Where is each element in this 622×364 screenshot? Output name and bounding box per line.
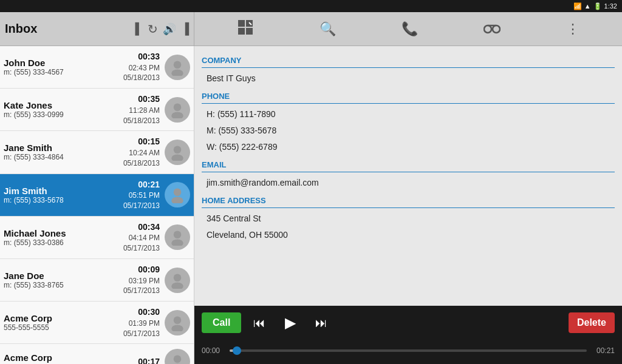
svg-point-7 — [174, 61, 182, 69]
inbox-item-phone: m: (555) 333-0999 — [4, 110, 111, 119]
inbox-item-name: Acme Corp — [4, 313, 111, 323]
phone-label: PHONE — [202, 87, 615, 104]
inbox-item-date: 05/17/2013 — [111, 201, 160, 211]
more-options-icon[interactable]: ⋮ — [566, 21, 579, 37]
inbox-item-meta: 00:1510:24 AM05/18/2013 — [111, 136, 160, 168]
inbox-item-info: Acme Corp555-555-5555 — [4, 352, 111, 364]
inbox-item-name: John Doe — [4, 58, 111, 68]
email-value: jim.smith@random.email.com — [202, 175, 615, 191]
inbox-item-name: Jane Smith — [4, 143, 111, 153]
inbox-item-duration: 00:21 — [111, 179, 160, 191]
inbox-item-duration: 00:15 — [111, 136, 160, 148]
inbox-item-info: Kate Jonesm: (555) 333-0999 — [4, 100, 111, 119]
status-bar: 📶 ▲ 🔋 1:32 — [0, 0, 622, 12]
avatar — [165, 268, 190, 293]
inbox-item-name: Acme Corp — [4, 352, 111, 363]
toolbar-right: 🔍 📞 ⋮ — [194, 12, 622, 46]
svg-point-13 — [174, 189, 182, 197]
inbox-item-duration: 00:33 — [111, 51, 160, 63]
status-icons: 📶 ▲ 🔋 1:32 — [573, 2, 617, 10]
time-end: 00:21 — [592, 346, 615, 355]
address-line2: Cleveland, OH 55000 — [202, 227, 615, 243]
volume-bars-icon: ▐ — [181, 22, 189, 35]
inbox-item[interactable]: Jim Smithm: (555) 333-567800:2105:51 PM0… — [0, 174, 194, 217]
svg-point-11 — [174, 146, 182, 153]
delete-button[interactable]: Delete — [569, 312, 615, 333]
inbox-item-phone: m: (555) 333-0386 — [4, 238, 111, 247]
time-start: 00:00 — [202, 346, 225, 355]
inbox-item-meta: 00:17 — [111, 356, 160, 364]
toolbar: Inbox ▌ ↻ 🔊 ▐ 🔍 📞 ⋮ — [0, 12, 622, 46]
voicemail-icon[interactable] — [484, 21, 501, 38]
search-icon[interactable]: 🔍 — [320, 21, 336, 37]
inbox-item-meta: 00:3302:43 PM05/18/2013 — [111, 51, 160, 83]
inbox-item-duration: 00:17 — [111, 356, 160, 364]
phone-h: H: (555) 111-7890 — [202, 106, 615, 123]
svg-point-15 — [174, 231, 182, 239]
inbox-item[interactable]: Acme Corp555-555-555500:17 — [0, 344, 194, 364]
inbox-title: Inbox — [5, 22, 130, 36]
inbox-list: John Doem: (555) 333-456700:3302:43 PM05… — [0, 46, 194, 364]
player-controls: Call ⏮ ▶ ⏭ Delete — [202, 306, 615, 340]
inbox-item-name: Jane Doe — [4, 271, 111, 281]
inbox-item-meta: 00:3404:14 PM05/17/2013 — [111, 221, 160, 254]
inbox-item[interactable]: Kate Jonesm: (555) 333-099900:3511:28 AM… — [0, 89, 194, 131]
right-panel: COMPANY Best IT Guys PHONE H: (555) 111-… — [194, 46, 622, 364]
svg-point-14 — [171, 197, 183, 204]
inbox-item[interactable]: Jane Smithm: (555) 333-486400:1510:24 AM… — [0, 131, 194, 174]
svg-point-20 — [171, 325, 183, 331]
inbox-item[interactable]: Michael Jonesm: (555) 333-038600:3404:14… — [0, 217, 194, 259]
svg-rect-0 — [238, 20, 245, 27]
progress-thumb[interactable] — [233, 346, 241, 355]
inbox-item-time: 04:14 PM — [111, 233, 160, 243]
address-label: HOME ADDRESS — [202, 191, 615, 208]
time-display: 1:32 — [604, 2, 617, 10]
inbox-item-time: 10:24 AM — [111, 148, 160, 158]
skip-forward-button[interactable]: ⏭ — [310, 314, 332, 332]
inbox-item-time: 02:43 PM — [111, 63, 160, 73]
inbox-item-info: Acme Corp555-555-5555 — [4, 313, 111, 332]
svg-rect-2 — [238, 28, 245, 35]
inbox-item-meta: 00:3511:28 AM05/18/2013 — [111, 93, 160, 126]
inbox-item-meta: 00:2105:51 PM05/17/2013 — [111, 179, 160, 211]
inbox-item-date: 05/17/2013 — [111, 286, 160, 296]
company-value: Best IT Guys — [202, 70, 615, 87]
svg-point-17 — [174, 274, 182, 281]
svg-point-12 — [171, 154, 183, 161]
progress-track[interactable] — [230, 349, 587, 352]
svg-point-21 — [174, 356, 182, 363]
svg-point-4 — [484, 25, 491, 33]
address-line1: 345 Central St — [202, 211, 615, 227]
refresh-icon[interactable]: ↻ — [148, 22, 158, 36]
inbox-item[interactable]: Jane Doem: (555) 333-876500:0903:19 PM05… — [0, 259, 194, 302]
company-label: COMPANY — [202, 51, 615, 68]
avatar — [165, 349, 190, 364]
progress-bar-row: 00:00 00:21 — [202, 340, 615, 362]
svg-point-16 — [171, 240, 183, 246]
volume-icon[interactable]: 🔊 — [163, 22, 176, 36]
inbox-item-info: Michael Jonesm: (555) 333-0386 — [4, 228, 111, 247]
svg-point-5 — [493, 25, 500, 33]
inbox-item[interactable]: Acme Corp555-555-555500:3001:39 PM05/17/… — [0, 302, 194, 344]
svg-point-8 — [171, 69, 183, 76]
inbox-item-phone: m: (555) 333-4567 — [4, 68, 111, 76]
skip-back-button[interactable]: ⏮ — [248, 314, 270, 332]
grid-icon[interactable] — [237, 19, 254, 39]
avatar — [165, 224, 190, 250]
inbox-item-phone: 555-555-5555 — [4, 323, 111, 332]
inbox-item-date: 05/17/2013 — [111, 243, 160, 254]
avatar — [165, 310, 190, 335]
call-log-icon[interactable]: 📞 — [402, 21, 418, 37]
inbox-item-name: Kate Jones — [4, 100, 111, 110]
email-label: EMAIL — [202, 155, 615, 172]
inbox-item-duration: 00:35 — [111, 93, 160, 106]
play-button[interactable]: ▶ — [278, 312, 303, 334]
inbox-item-time: 05:51 PM — [111, 190, 160, 201]
inbox-item-phone: m: (555) 333-8765 — [4, 281, 111, 289]
battery-icon: 🔋 — [593, 2, 602, 10]
inbox-item-meta: 00:0903:19 PM05/17/2013 — [111, 264, 160, 296]
avatar — [165, 182, 190, 207]
svg-point-10 — [171, 112, 183, 118]
inbox-item[interactable]: John Doem: (555) 333-456700:3302:43 PM05… — [0, 46, 194, 89]
call-button[interactable]: Call — [202, 312, 241, 333]
